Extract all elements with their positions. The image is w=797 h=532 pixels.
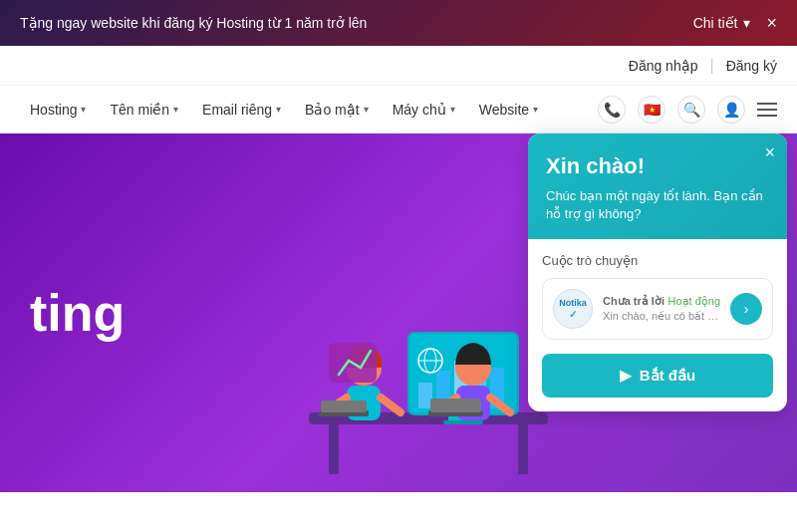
user-icon[interactable]: 👤	[717, 96, 745, 124]
nav-item-domain[interactable]: Tên miền ▾	[100, 94, 188, 126]
chat-preview-text: Xin chào, nếu có bất cứ...	[603, 310, 720, 323]
auth-divider: |	[709, 57, 713, 75]
login-link[interactable]: Đăng nhập	[629, 58, 698, 74]
chevron-down-icon: ▾	[533, 104, 538, 115]
svg-line-21	[381, 398, 400, 412]
nav-item-email[interactable]: Email riêng ▾	[192, 94, 291, 126]
chevron-down-icon: ▾	[276, 104, 281, 115]
nav-item-server[interactable]: Máy chủ ▾	[383, 94, 465, 126]
svg-rect-2	[518, 424, 528, 474]
nav-email-label: Email riêng	[202, 102, 272, 118]
chat-conv-top: Chưa trả lời Hoạt động	[603, 295, 720, 308]
auth-bar: Đăng nhập | Đăng ký	[0, 46, 797, 86]
nav-item-website[interactable]: Website ▾	[469, 94, 548, 126]
phone-icon[interactable]: 📞	[598, 96, 626, 124]
chat-unanswered-label: Chưa trả lời	[603, 295, 664, 308]
chat-conv-info: Chưa trả lời Hoạt động Xin chào, nếu có …	[603, 295, 720, 323]
hamburger-menu[interactable]	[757, 103, 777, 117]
chat-start-button[interactable]: ▶ Bắt đầu	[542, 354, 773, 398]
chevron-down-icon: ▾	[364, 104, 369, 115]
svg-rect-1	[329, 424, 339, 474]
svg-rect-29	[430, 399, 481, 412]
top-banner: Tặng ngay website khi đăng ký Hosting từ…	[0, 0, 797, 46]
nav-domain-label: Tên miền	[110, 102, 169, 118]
nav-item-hosting[interactable]: Hosting ▾	[20, 94, 96, 126]
chat-section-title: Cuộc trò chuyện	[542, 253, 773, 268]
main-nav: Hosting ▾ Tên miền ▾ Email riêng ▾ Bảo m…	[0, 86, 797, 133]
banner-text: Tặng ngay website khi đăng ký Hosting từ…	[20, 15, 693, 31]
chevron-down-icon: ▾	[450, 104, 455, 115]
chat-close-button[interactable]: ×	[764, 143, 775, 161]
avatar: Notika ✓	[553, 289, 593, 329]
chat-conversation-item[interactable]: Notika ✓ Chưa trả lời Hoạt động Xin chào…	[542, 278, 773, 340]
search-icon[interactable]: 🔍	[677, 96, 705, 124]
chat-arrow-button[interactable]: ›	[730, 293, 762, 325]
nav-website-label: Website	[479, 102, 529, 118]
hero-text: ting	[0, 283, 125, 343]
banner-detail-link[interactable]: Chi tiết ▾	[693, 15, 751, 31]
chat-active-label: Hoạt động	[667, 295, 720, 308]
chat-header-subtitle: Chúc bạn một ngày tốt lành. Bạn cần hỗ t…	[546, 187, 769, 223]
nav-security-label: Bảo mật	[305, 102, 360, 118]
svg-rect-23	[321, 400, 367, 412]
chevron-down-icon: ▾	[173, 104, 178, 115]
chevron-down-icon: ▾	[743, 15, 750, 31]
svg-rect-6	[418, 383, 432, 408]
banner-close-button[interactable]: ×	[766, 13, 777, 34]
nav-hosting-label: Hosting	[30, 102, 77, 118]
chat-header: × Xin chào! Chúc bạn một ngày tốt lành. …	[528, 133, 787, 239]
flag-icon[interactable]: 🇻🇳	[638, 96, 665, 124]
chat-widget: × Xin chào! Chúc bạn một ngày tốt lành. …	[528, 133, 787, 411]
chat-body: Cuộc trò chuyện Notika ✓ Chưa trả lời Ho…	[528, 239, 787, 411]
nav-item-security[interactable]: Bảo mật ▾	[295, 94, 379, 126]
nav-server-label: Máy chủ	[393, 102, 446, 118]
svg-rect-5	[443, 420, 483, 424]
chat-start-label: Bắt đầu	[640, 367, 695, 385]
banner-detail-label: Chi tiết	[693, 15, 738, 31]
play-icon: ▶	[620, 367, 632, 385]
register-link[interactable]: Đăng ký	[726, 58, 777, 74]
chevron-down-icon: ▾	[81, 104, 86, 115]
chat-header-title: Xin chào!	[546, 153, 769, 179]
nav-icons: 📞 🇻🇳 🔍 👤	[598, 96, 777, 124]
